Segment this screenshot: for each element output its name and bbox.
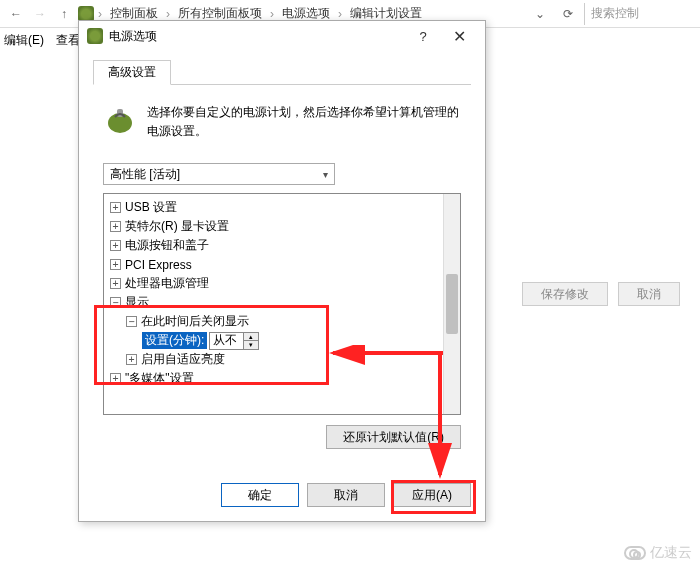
expand-toggle[interactable]: +	[110, 278, 121, 289]
expand-toggle[interactable]: +	[110, 240, 121, 251]
expand-toggle[interactable]: +	[110, 202, 121, 213]
tree-item-display-off[interactable]: 在此时间后关闭显示	[141, 313, 249, 330]
cancel-button[interactable]: 取消	[307, 483, 385, 507]
battery-icon	[103, 103, 137, 137]
scrollbar[interactable]	[443, 194, 460, 414]
chevron-right-icon: ›	[166, 7, 170, 21]
help-button[interactable]: ?	[405, 22, 441, 50]
chevron-down-icon: ▾	[323, 169, 328, 180]
dialog-titlebar: 电源选项 ? ✕	[79, 21, 485, 51]
nav-forward[interactable]: →	[30, 4, 50, 24]
power-options-dialog: 电源选项 ? ✕ 高级设置 选择你要自定义的电源计划，然后选择你希望计算机管理的…	[78, 20, 486, 522]
dialog-description: 选择你要自定义的电源计划，然后选择你希望计算机管理的电源设置。	[147, 103, 461, 141]
scroll-thumb[interactable]	[446, 274, 458, 334]
expand-toggle[interactable]: +	[126, 354, 137, 365]
expand-toggle[interactable]: +	[110, 221, 121, 232]
plan-select-value: 高性能 [活动]	[110, 166, 180, 183]
menu-edit[interactable]: 编辑(E)	[4, 32, 44, 49]
watermark-icon	[624, 546, 646, 560]
tree-item-display[interactable]: 显示	[125, 294, 149, 311]
close-button[interactable]: ✕	[441, 22, 477, 50]
collapse-toggle[interactable]: −	[110, 297, 121, 308]
collapse-toggle[interactable]: −	[126, 316, 137, 327]
watermark: 亿速云	[624, 544, 692, 562]
cancel-button[interactable]: 取消	[618, 282, 680, 306]
save-changes-button[interactable]: 保存修改	[522, 282, 608, 306]
tree-item-cpu[interactable]: 处理器电源管理	[125, 275, 209, 292]
power-icon	[87, 28, 103, 44]
nav-up[interactable]: ↑	[54, 4, 74, 24]
spinner-up[interactable]: ▴	[244, 333, 258, 341]
setting-label[interactable]: 设置(分钟):	[142, 332, 207, 349]
chevron-right-icon: ›	[270, 7, 274, 21]
search-input[interactable]: 搜索控制	[584, 3, 694, 25]
expand-toggle[interactable]: +	[110, 259, 121, 270]
tree-item-intel[interactable]: 英特尔(R) 显卡设置	[125, 218, 229, 235]
apply-button[interactable]: 应用(A)	[393, 483, 471, 507]
tab-strip: 高级设置	[93, 59, 471, 85]
dropdown-icon[interactable]: ⌄	[528, 7, 552, 21]
tree-item-usb[interactable]: USB 设置	[125, 199, 177, 216]
tab-advanced[interactable]: 高级设置	[93, 60, 171, 85]
tree-item-pci[interactable]: PCI Express	[125, 258, 192, 272]
chevron-right-icon: ›	[98, 7, 102, 21]
refresh-icon[interactable]: ⟳	[556, 7, 580, 21]
power-plan-select[interactable]: 高性能 [活动] ▾	[103, 163, 335, 185]
tree-item-power-button[interactable]: 电源按钮和盖子	[125, 237, 209, 254]
menu-view[interactable]: 查看	[56, 32, 80, 49]
settings-tree: +USB 设置 +英特尔(R) 显卡设置 +电源按钮和盖子 +PCI Expre…	[103, 193, 461, 415]
spinner-down[interactable]: ▾	[244, 341, 258, 349]
tree-item-adaptive[interactable]: 启用自适应亮度	[141, 351, 225, 368]
tree-item-multimedia[interactable]: "多媒体"设置	[125, 370, 194, 387]
expand-toggle[interactable]: +	[110, 373, 121, 384]
spinner-value: 从不	[210, 332, 243, 349]
dialog-title: 电源选项	[109, 28, 405, 45]
ok-button[interactable]: 确定	[221, 483, 299, 507]
setting-spinner[interactable]: 从不 ▴ ▾	[209, 332, 259, 350]
restore-defaults-button[interactable]: 还原计划默认值(R)	[326, 425, 461, 449]
chevron-right-icon: ›	[338, 7, 342, 21]
nav-back[interactable]: ←	[6, 4, 26, 24]
